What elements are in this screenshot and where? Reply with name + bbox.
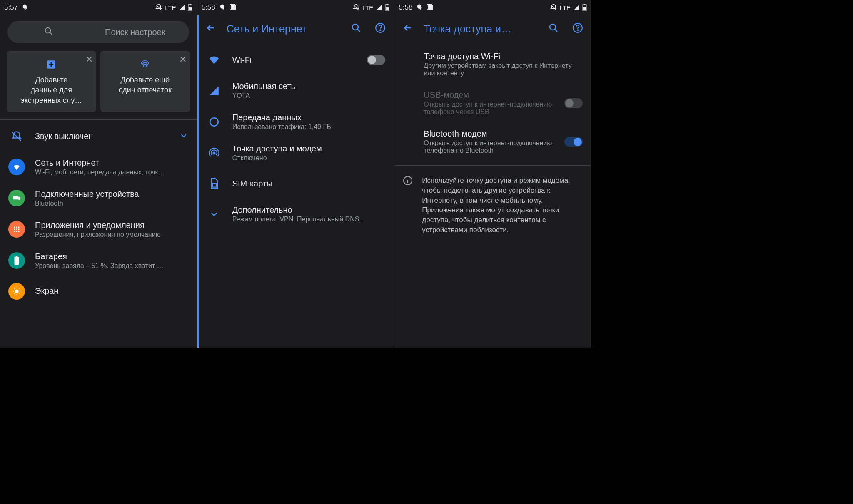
svg-point-37 bbox=[577, 30, 578, 30]
usb-toggle bbox=[564, 98, 583, 108]
row-sub: YOTA bbox=[232, 92, 386, 99]
bt-toggle[interactable] bbox=[564, 137, 583, 147]
screenshot-icon bbox=[229, 4, 237, 11]
row-title: Батарея bbox=[35, 252, 188, 261]
mute-icon bbox=[550, 4, 557, 11]
row-sub: Wi-Fi, моб. сети, передача данных, точк… bbox=[35, 169, 188, 176]
back-button[interactable] bbox=[399, 22, 416, 35]
status-app-icon bbox=[416, 4, 423, 11]
help-button[interactable] bbox=[569, 22, 586, 35]
row-title: Точка доступа Wi-Fi bbox=[424, 52, 583, 61]
divider bbox=[394, 165, 591, 166]
fingerprint-icon bbox=[139, 58, 151, 71]
status-app-icon bbox=[219, 4, 226, 11]
screen-settings-home: 5:57 LTE Поиск настроек ✕ Добавьте данны… bbox=[0, 0, 197, 348]
svg-point-7 bbox=[14, 227, 15, 228]
row-battery[interactable]: БатареяУровень заряда – 51 %. Заряда хва… bbox=[0, 245, 197, 276]
row-title: SIM-карты bbox=[232, 179, 386, 189]
status-app-icon bbox=[21, 4, 29, 11]
svg-rect-34 bbox=[583, 7, 586, 10]
wifi-icon bbox=[206, 52, 222, 68]
mute-icon bbox=[155, 4, 162, 11]
row-sub: Открыть доступ к интернет-подключению те… bbox=[424, 101, 554, 116]
page-title: Точка доступа и… bbox=[424, 23, 538, 35]
svg-point-14 bbox=[16, 231, 17, 232]
wifi-toggle[interactable] bbox=[367, 55, 385, 65]
row-hotspot[interactable]: Точка доступа и модемОтключено bbox=[197, 137, 394, 169]
row-advanced[interactable]: ДополнительноРежим полета, VPN, Персонал… bbox=[197, 199, 394, 230]
row-network[interactable]: Сеть и ИнтернетWi-Fi, моб. сети, передач… bbox=[0, 151, 197, 183]
bell-off-icon bbox=[8, 128, 25, 145]
card-text: Добавьте данные для экстренных слу… bbox=[11, 75, 92, 105]
row-sub: Открыть доступ к интернет-подключению те… bbox=[424, 139, 554, 154]
row-mobile[interactable]: Мобильная сетьYOTA bbox=[197, 75, 394, 106]
status-time: 5:58 bbox=[202, 3, 215, 12]
row-usb-tether: USB-модемОткрыть доступ к интернет-подкл… bbox=[394, 84, 591, 122]
row-devices[interactable]: Подключенные устройстваBluetooth bbox=[0, 183, 197, 214]
signal-icon bbox=[376, 4, 382, 11]
signal-icon bbox=[206, 82, 222, 99]
suggestion-cards: ✕ Добавьте данные для экстренных слу… ✕ … bbox=[0, 51, 197, 119]
row-bt-tether[interactable]: Bluetooth-модемОткрыть доступ к интернет… bbox=[394, 122, 591, 161]
screenshot-icon bbox=[426, 4, 434, 11]
row-sim[interactable]: SIM-карты bbox=[197, 169, 394, 199]
display-icon bbox=[8, 283, 25, 300]
sim-icon bbox=[206, 175, 222, 192]
row-apps[interactable]: Приложения и уведомленияРазрешения, прил… bbox=[0, 214, 197, 245]
svg-point-8 bbox=[16, 227, 17, 228]
network-label: LTE bbox=[560, 4, 571, 11]
info-text: Используйте точку доступа и режим модема… bbox=[422, 176, 583, 235]
network-label: LTE bbox=[165, 4, 176, 11]
search-settings[interactable]: Поиск настроек bbox=[7, 21, 189, 43]
svg-point-9 bbox=[18, 227, 19, 228]
row-display[interactable]: Экран bbox=[0, 276, 197, 300]
svg-point-27 bbox=[210, 118, 218, 126]
chevron-down-icon bbox=[206, 206, 222, 223]
status-time: 5:58 bbox=[399, 3, 412, 12]
row-wifi[interactable]: Wi-Fi bbox=[197, 45, 394, 75]
apps-icon bbox=[8, 221, 25, 238]
svg-point-24 bbox=[352, 24, 358, 30]
svg-point-3 bbox=[45, 27, 51, 33]
svg-point-18 bbox=[15, 289, 18, 293]
row-data-usage[interactable]: Передача данныхИспользовано трафика: 1,4… bbox=[197, 106, 394, 137]
toolbar: Точка доступа и… bbox=[394, 15, 591, 42]
row-sub: Другим устройствам закрыт доступ к Интер… bbox=[424, 62, 583, 77]
row-title: Звук выключен bbox=[35, 132, 169, 141]
svg-rect-29 bbox=[212, 184, 216, 187]
row-title: Мобильная сеть bbox=[232, 82, 386, 91]
search-button[interactable] bbox=[348, 23, 364, 35]
row-title: Wi-Fi bbox=[232, 55, 357, 65]
toolbar: Сеть и Интернет bbox=[197, 15, 394, 42]
svg-rect-16 bbox=[15, 257, 19, 265]
card-text: Добавьте ещё один отпечаток bbox=[105, 75, 186, 95]
row-title: USB-модем bbox=[424, 90, 554, 100]
screen-hotspot: 5:58 LTE Точка доступа и… Точка доступа … bbox=[394, 0, 592, 348]
row-sound[interactable]: Звук выключен bbox=[0, 122, 197, 151]
search-button[interactable] bbox=[545, 23, 562, 35]
svg-rect-33 bbox=[584, 4, 586, 5]
devices-icon bbox=[8, 190, 25, 206]
row-title: Подключенные устройства bbox=[35, 189, 188, 199]
card-fingerprint[interactable]: ✕ Добавьте ещё один отпечаток bbox=[100, 51, 190, 112]
status-bar: 5:57 LTE bbox=[0, 0, 197, 15]
card-emergency[interactable]: ✕ Добавьте данные для экстренных слу… bbox=[7, 51, 96, 112]
row-sub: Отключено bbox=[232, 154, 386, 162]
status-time: 5:57 bbox=[4, 3, 18, 12]
back-button[interactable] bbox=[202, 22, 219, 35]
svg-rect-6 bbox=[18, 197, 20, 200]
signal-icon bbox=[179, 4, 185, 11]
svg-rect-17 bbox=[16, 256, 17, 257]
row-wifi-hotspot[interactable]: Точка доступа Wi-FiДругим устройствам за… bbox=[394, 45, 591, 84]
search-icon bbox=[4, 27, 94, 38]
row-title: Сеть и Интернет bbox=[35, 158, 188, 168]
close-icon[interactable]: ✕ bbox=[85, 54, 93, 65]
close-icon[interactable]: ✕ bbox=[179, 54, 187, 65]
help-button[interactable] bbox=[372, 22, 389, 35]
battery-icon bbox=[188, 4, 192, 11]
battery-icon bbox=[8, 252, 25, 269]
svg-rect-5 bbox=[13, 196, 18, 199]
row-sub: Уровень заряда – 51 %. Заряда хватит … bbox=[35, 262, 188, 270]
screen-network: 5:58 LTE Сеть и Интернет Wi-Fi Мобильная… bbox=[197, 0, 395, 348]
row-title: Bluetooth-модем bbox=[424, 129, 554, 139]
